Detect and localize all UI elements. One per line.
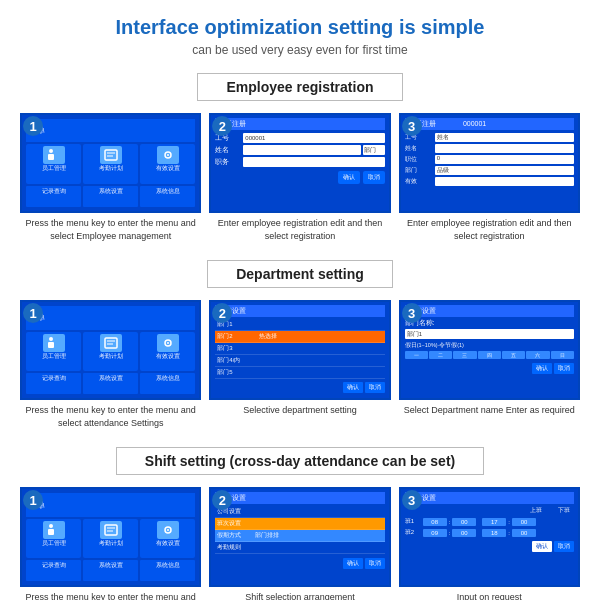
dept3-days-label: 假日(1~10%)·令节假(1) [405,342,574,349]
svg-rect-15 [48,529,54,535]
settings-icon [157,146,179,164]
d1-icon-1: 员工管理 [26,332,81,371]
d1-icon-label-2: 考勤计划 [99,353,123,359]
form2-confirm-btn[interactable]: 确认 [338,171,360,184]
shift3-sep-2a: : [449,530,451,536]
step-caption-s1: Press the menu key to enter the menu and… [20,591,201,600]
menu-bottom-1: 记录查询 [26,186,81,207]
form2-id-input: 000001 [243,133,384,143]
dept3-day-tue: 二 [429,351,452,359]
menu-bottom-bar: 记录查询 系统设置 系统信息 [26,186,195,207]
step-dept-1: 1 菜单 员工管理 考勤计划 [20,300,201,429]
shift2-cancel-btn[interactable]: 取消 [365,558,385,569]
form3-label-3: 部门 [405,166,435,175]
step-num-d3: 3 [402,303,422,323]
shift3-cancel-btn[interactable]: 取消 [554,541,574,552]
step-caption-d1: Press the menu key to enter the menu and… [20,404,201,429]
d1-bottom-2: 系统设置 [83,373,138,394]
dept2-cancel-btn[interactable]: 取消 [365,382,385,393]
step-shift-2: 2 生效设置 公司设置 班次设置 假期方式 部门排排 考勤规则 确认 取消 Sh… [209,487,390,600]
dept3-day-sat: 六 [526,351,549,359]
s1-icon-label-1: 员工管理 [42,540,66,546]
section-heading-employee: Employee registration [197,73,402,101]
form3-val-3: 品级 [435,166,574,175]
dept2-item-5: 部门5 [215,367,384,379]
screen-s1: 菜单 员工管理 考勤计划 [20,487,201,587]
form3-row-4: 有效 [405,177,574,186]
shift2-item-company: 公司设置 [215,506,384,518]
dept3-name-label: 部门名称: [405,319,574,328]
form3-val-1 [435,144,574,153]
dept3-days-grid: 一 二 三 四 五 六 日 [405,351,574,359]
svg-rect-14 [49,524,53,528]
d1-icon-box-1 [43,334,65,352]
menu-icon-label-worker: 员工管理 [42,165,66,171]
section-shift-setting: Shift setting (cross-day attendance can … [20,447,580,600]
s1-icon-box-3 [157,521,179,539]
step-dept-3: 3 部门设置 部门名称: 部门1 假日(1~10%)·令节假(1) 一 二 三 … [399,300,580,429]
shift3-out-min-1: 00 [512,518,536,526]
step-shift-3: 3 班次设置 上班 下班 班1 08 : 00 17 : 00 [399,487,580,600]
dept2-item-2: 部门2 热选择 [215,331,384,343]
form2-dept-row: 职务 [215,157,384,167]
shift2-item-rule: 考勤规则 [215,542,384,554]
dept3-day-mon: 一 [405,351,428,359]
dept3-confirm-btn[interactable]: 确认 [532,363,552,374]
s1-bottom-bar: 记录查询 系统设置 系统信息 [26,560,195,581]
form3-row-2: 职位 0 [405,155,574,164]
shift3-col-out: 下班 [558,506,570,515]
s1-icon-3: 有效设置 [140,519,195,558]
step-num-e3: 3 [402,116,422,136]
dept2-item-1: 部门1 [215,319,384,331]
shift3-confirm-btn[interactable]: 确认 [532,541,552,552]
s1-bottom-2: 系统设置 [83,560,138,581]
d1-icon-2: 考勤计划 [83,332,138,371]
form3-val-4 [435,177,574,186]
shift2-confirm-btn[interactable]: 确认 [343,558,363,569]
form2-role-input [243,157,384,167]
step-num-s3: 3 [402,490,422,510]
shift2-item-shift: 班次设置 [215,518,384,530]
shift3-in-min-1: 00 [452,518,476,526]
d1-icon-box-2 [100,334,122,352]
dept3-day-sun: 日 [551,351,574,359]
menu-bottom-2: 系统设置 [83,186,138,207]
screen-wrapper-e3: 3 员工注册 000001 工号 姓名 姓名 职位 0 [399,113,580,213]
dept3-day-fri: 五 [502,351,525,359]
d1-icon-label-1: 员工管理 [42,353,66,359]
shift3-in-min-2: 00 [452,529,476,537]
s1-bottom-3: 系统信息 [140,560,195,581]
step-dept-2: 2 部门设置 部门1 部门2 热选择 部门3 部门4/内 部门5 确认 取消 S… [209,300,390,429]
shift3-label-2: 班2 [405,528,421,537]
step-caption-e2: Enter employee registration edit and the… [209,217,390,242]
screen-wrapper-e2: 2 员工注册 工号 000001 姓名 部门 职务 [209,113,390,213]
shift3-col-in: 上班 [530,506,542,515]
form2-cancel-btn[interactable]: 取消 [363,171,385,184]
screen-wrapper-s2: 2 生效设置 公司设置 班次设置 假期方式 部门排排 考勤规则 确认 取消 [209,487,390,587]
shift3-out-2: 18 [482,529,506,537]
screen-wrapper-e1: 1 菜单 员工管理 考勤计划 [20,113,201,213]
s1-icon-1: 员工管理 [26,519,81,558]
shift3-row-1: 班1 08 : 00 17 : 00 [405,517,574,526]
d1-icon-label-3: 有效设置 [156,353,180,359]
page-title: Interface optimization setting is simple [20,16,580,39]
dept3-cancel-btn[interactable]: 取消 [554,363,574,374]
step-caption-s3: Input on request [399,591,580,600]
menu-icon-attendance: 考勤计划 [83,144,138,183]
svg-rect-2 [105,150,117,160]
shift2-item-holiday: 假期方式 部门排排 [215,530,384,542]
form2-name-row: 姓名 部门 [215,145,384,155]
dept3-day-thu: 四 [478,351,501,359]
shift3-sep-2b: : [508,530,510,536]
dept2-confirm-btn[interactable]: 确认 [343,382,363,393]
s1-top-bar: 菜单 [26,493,195,516]
s1-icon-box-1 [43,521,65,539]
form3-row-3: 部门 品级 [405,166,574,175]
svg-point-6 [167,154,169,156]
svg-rect-0 [49,149,53,153]
d1-bottom-3: 系统信息 [140,373,195,394]
shift3-sep-1a: : [449,519,451,525]
steps-row-dept: 1 菜单 员工管理 考勤计划 [20,300,580,429]
screen-e3: 员工注册 000001 工号 姓名 姓名 职位 0 [399,113,580,213]
shift3-out-1: 17 [482,518,506,526]
